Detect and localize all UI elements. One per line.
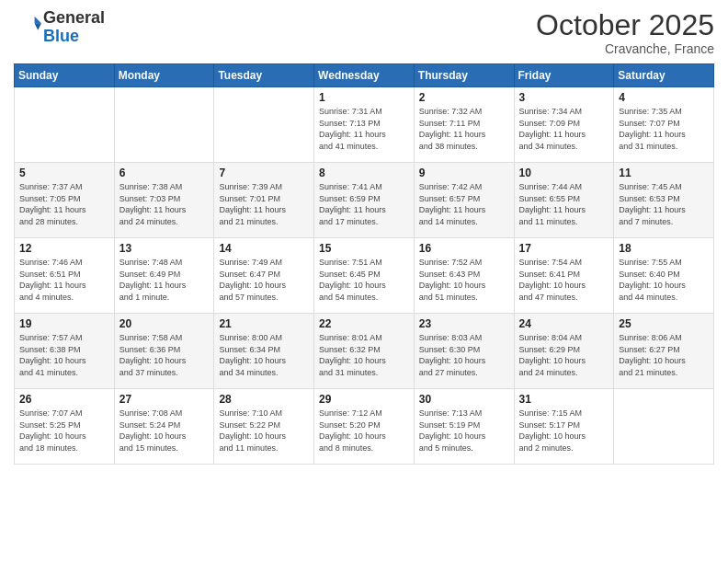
calendar-cell: 22Sunrise: 8:01 AMSunset: 6:32 PMDayligh… <box>314 314 415 389</box>
day-info: Sunrise: 8:06 AMSunset: 6:27 PMDaylight:… <box>619 332 709 378</box>
day-info: Sunrise: 7:13 AMSunset: 5:19 PMDaylight:… <box>419 408 509 454</box>
calendar-cell: 5Sunrise: 7:37 AMSunset: 7:05 PMDaylight… <box>15 163 115 238</box>
calendar-cell: 23Sunrise: 8:03 AMSunset: 6:30 PMDayligh… <box>414 314 514 389</box>
day-info: Sunrise: 7:31 AMSunset: 7:13 PMDaylight:… <box>319 106 409 152</box>
day-number: 8 <box>319 167 409 179</box>
calendar-header-sunday: Sunday <box>15 64 115 87</box>
day-info: Sunrise: 7:12 AMSunset: 5:20 PMDaylight:… <box>319 408 409 454</box>
day-number: 27 <box>119 393 210 406</box>
month-title: October 2025 <box>536 9 714 41</box>
day-info: Sunrise: 7:57 AMSunset: 6:38 PMDaylight:… <box>19 332 109 378</box>
calendar-cell: 19Sunrise: 7:57 AMSunset: 6:38 PMDayligh… <box>15 314 115 389</box>
calendar-header-monday: Monday <box>114 64 214 87</box>
calendar-cell: 10Sunrise: 7:44 AMSunset: 6:55 PMDayligh… <box>514 163 614 238</box>
calendar-cell: 16Sunrise: 7:52 AMSunset: 6:43 PMDayligh… <box>414 238 514 314</box>
day-number: 17 <box>519 242 609 255</box>
calendar-cell: 14Sunrise: 7:49 AMSunset: 6:47 PMDayligh… <box>214 238 314 314</box>
calendar-header-row: SundayMondayTuesdayWednesdayThursdayFrid… <box>15 64 714 87</box>
day-number: 15 <box>319 242 409 255</box>
day-number: 18 <box>619 242 709 255</box>
day-info: Sunrise: 7:37 AMSunset: 7:05 PMDaylight:… <box>19 181 109 227</box>
day-number: 29 <box>319 393 409 406</box>
day-number: 3 <box>519 91 609 104</box>
day-info: Sunrise: 7:39 AMSunset: 7:01 PMDaylight:… <box>219 181 309 227</box>
day-info: Sunrise: 7:32 AMSunset: 7:11 PMDaylight:… <box>419 106 509 152</box>
calendar-cell: 28Sunrise: 7:10 AMSunset: 5:22 PMDayligh… <box>214 389 314 465</box>
calendar-header-wednesday: Wednesday <box>314 64 415 87</box>
day-info: Sunrise: 7:55 AMSunset: 6:40 PMDaylight:… <box>619 257 709 303</box>
calendar-cell: 25Sunrise: 8:06 AMSunset: 6:27 PMDayligh… <box>614 314 714 389</box>
day-info: Sunrise: 7:58 AMSunset: 6:36 PMDaylight:… <box>119 332 210 378</box>
calendar-cell: 18Sunrise: 7:55 AMSunset: 6:40 PMDayligh… <box>614 238 714 314</box>
page: General Blue October 2025 Cravanche, Fra… <box>0 0 728 563</box>
calendar-cell: 27Sunrise: 7:08 AMSunset: 5:24 PMDayligh… <box>114 389 214 465</box>
calendar-cell: 31Sunrise: 7:15 AMSunset: 5:17 PMDayligh… <box>514 389 614 465</box>
day-number: 22 <box>319 317 409 330</box>
calendar-cell <box>614 389 714 465</box>
calendar-cell: 29Sunrise: 7:12 AMSunset: 5:20 PMDayligh… <box>314 389 415 465</box>
svg-marker-1 <box>35 23 41 29</box>
calendar-header-saturday: Saturday <box>614 64 714 87</box>
day-number: 14 <box>219 242 309 255</box>
day-number: 7 <box>219 167 309 179</box>
day-number: 4 <box>619 91 709 104</box>
calendar-cell <box>15 87 115 163</box>
calendar-cell: 3Sunrise: 7:34 AMSunset: 7:09 PMDaylight… <box>514 87 614 163</box>
calendar-cell: 4Sunrise: 7:35 AMSunset: 7:07 PMDaylight… <box>614 87 714 163</box>
svg-marker-0 <box>35 17 41 23</box>
day-number: 28 <box>219 393 309 406</box>
logo: General Blue <box>14 9 105 46</box>
day-info: Sunrise: 7:38 AMSunset: 7:03 PMDaylight:… <box>119 181 210 227</box>
day-number: 13 <box>119 242 210 255</box>
calendar-cell: 12Sunrise: 7:46 AMSunset: 6:51 PMDayligh… <box>15 238 115 314</box>
day-info: Sunrise: 7:51 AMSunset: 6:45 PMDaylight:… <box>319 257 409 303</box>
title-block: October 2025 Cravanche, France <box>536 9 714 56</box>
day-number: 23 <box>419 317 509 330</box>
day-number: 11 <box>619 167 709 179</box>
calendar-week-row: 5Sunrise: 7:37 AMSunset: 7:05 PMDaylight… <box>15 163 714 238</box>
day-info: Sunrise: 7:15 AMSunset: 5:17 PMDaylight:… <box>519 408 609 454</box>
day-info: Sunrise: 8:04 AMSunset: 6:29 PMDaylight:… <box>519 332 609 378</box>
day-info: Sunrise: 8:03 AMSunset: 6:30 PMDaylight:… <box>419 332 509 378</box>
day-number: 26 <box>19 393 109 406</box>
day-info: Sunrise: 7:48 AMSunset: 6:49 PMDaylight:… <box>119 257 210 303</box>
day-number: 1 <box>319 91 409 104</box>
day-info: Sunrise: 8:01 AMSunset: 6:32 PMDaylight:… <box>319 332 409 378</box>
day-number: 5 <box>19 167 109 179</box>
day-number: 20 <box>119 317 210 330</box>
calendar-cell: 9Sunrise: 7:42 AMSunset: 6:57 PMDaylight… <box>414 163 514 238</box>
day-info: Sunrise: 7:07 AMSunset: 5:25 PMDaylight:… <box>19 408 109 454</box>
day-number: 6 <box>119 167 210 179</box>
day-info: Sunrise: 7:46 AMSunset: 6:51 PMDaylight:… <box>19 257 109 303</box>
day-number: 21 <box>219 317 309 330</box>
day-number: 24 <box>519 317 609 330</box>
calendar-cell: 11Sunrise: 7:45 AMSunset: 6:53 PMDayligh… <box>614 163 714 238</box>
subtitle: Cravanche, France <box>536 41 714 56</box>
calendar-header-tuesday: Tuesday <box>214 64 314 87</box>
calendar-cell: 20Sunrise: 7:58 AMSunset: 6:36 PMDayligh… <box>114 314 214 389</box>
calendar-cell: 13Sunrise: 7:48 AMSunset: 6:49 PMDayligh… <box>114 238 214 314</box>
day-number: 2 <box>419 91 509 104</box>
day-number: 10 <box>519 167 609 179</box>
calendar-week-row: 1Sunrise: 7:31 AMSunset: 7:13 PMDaylight… <box>15 87 714 163</box>
calendar-week-row: 12Sunrise: 7:46 AMSunset: 6:51 PMDayligh… <box>15 238 714 314</box>
calendar-header-friday: Friday <box>514 64 614 87</box>
day-info: Sunrise: 7:49 AMSunset: 6:47 PMDaylight:… <box>219 257 309 303</box>
calendar-cell: 2Sunrise: 7:32 AMSunset: 7:11 PMDaylight… <box>414 87 514 163</box>
calendar-week-row: 19Sunrise: 7:57 AMSunset: 6:38 PMDayligh… <box>15 314 714 389</box>
calendar-cell: 17Sunrise: 7:54 AMSunset: 6:41 PMDayligh… <box>514 238 614 314</box>
logo-icon <box>16 13 41 39</box>
day-info: Sunrise: 7:10 AMSunset: 5:22 PMDaylight:… <box>219 408 309 454</box>
calendar-week-row: 26Sunrise: 7:07 AMSunset: 5:25 PMDayligh… <box>15 389 714 465</box>
calendar-cell: 30Sunrise: 7:13 AMSunset: 5:19 PMDayligh… <box>414 389 514 465</box>
day-number: 19 <box>19 317 109 330</box>
calendar-cell: 1Sunrise: 7:31 AMSunset: 7:13 PMDaylight… <box>314 87 415 163</box>
day-info: Sunrise: 7:41 AMSunset: 6:59 PMDaylight:… <box>319 181 409 227</box>
calendar-cell <box>214 87 314 163</box>
day-info: Sunrise: 7:52 AMSunset: 6:43 PMDaylight:… <box>419 257 509 303</box>
day-info: Sunrise: 7:35 AMSunset: 7:07 PMDaylight:… <box>619 106 709 152</box>
day-info: Sunrise: 7:42 AMSunset: 6:57 PMDaylight:… <box>419 181 509 227</box>
calendar-header-thursday: Thursday <box>414 64 514 87</box>
calendar-table: SundayMondayTuesdayWednesdayThursdayFrid… <box>14 63 714 465</box>
logo-blue: Blue <box>43 27 79 45</box>
